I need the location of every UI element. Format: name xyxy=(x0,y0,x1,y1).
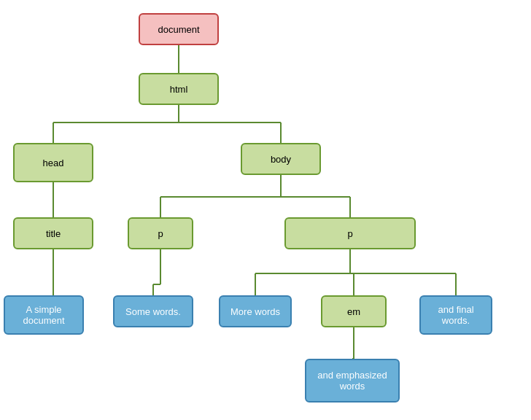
node-some-words: Some words. xyxy=(113,295,193,327)
node-document: document xyxy=(139,13,219,45)
node-final-words: and final words. xyxy=(419,295,492,335)
tree-diagram: document html head body title p p A simp… xyxy=(0,0,531,420)
node-title-label: title xyxy=(46,228,61,239)
node-finalwords-label: and final words. xyxy=(425,304,487,326)
node-emwords-label: and emphasized words xyxy=(311,370,394,392)
node-p1: p xyxy=(128,217,193,249)
node-morewords-label: More words xyxy=(230,306,280,317)
node-head-label: head xyxy=(43,158,64,168)
node-simple-label: A simple document xyxy=(9,304,78,326)
node-more-words: More words xyxy=(219,295,292,327)
node-em: em xyxy=(321,295,387,327)
node-p2-label: p xyxy=(347,228,352,239)
node-simple-document: A simple document xyxy=(4,295,84,335)
node-p1-label: p xyxy=(158,228,163,239)
node-head: head xyxy=(13,143,93,182)
connector-lines xyxy=(0,0,531,420)
node-body: body xyxy=(241,143,321,175)
node-html: html xyxy=(139,73,219,105)
node-html-label: html xyxy=(170,84,188,95)
node-emphasized-words: and emphasized words xyxy=(305,359,400,402)
node-body-label: body xyxy=(271,154,291,165)
node-document-label: document xyxy=(158,24,199,35)
node-title: title xyxy=(13,217,93,249)
node-em-label: em xyxy=(347,306,360,317)
node-p2: p xyxy=(284,217,416,249)
node-somewords-label: Some words. xyxy=(125,306,181,317)
